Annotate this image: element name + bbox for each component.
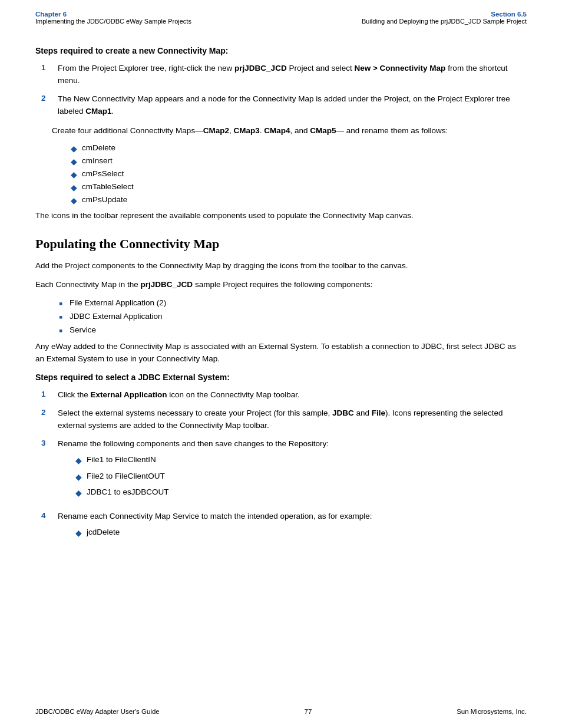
step-select-2: 2 Select the external systems necessary … <box>35 407 527 432</box>
section-para2: Each Connectivity Map in the prjJDBC_JCD… <box>35 279 527 291</box>
step-select-3-content: Rename the following components and then… <box>58 438 527 505</box>
steps-select-heading: Steps required to select a JDBC External… <box>35 373 527 382</box>
components-bullets-list: ▪File External Application (2) ▪JDBC Ext… <box>53 298 527 336</box>
step-create-2-content: The New Connectivity Map appears and a n… <box>58 93 527 118</box>
step-num-s4: 4 <box>41 511 54 520</box>
step-create-1-content: From the Project Explorer tree, right-cl… <box>58 62 527 87</box>
list-item: ◆cmPsSelect <box>65 169 527 179</box>
page-header: Chapter 6 Implementing the JDBC/ODBC eWa… <box>0 0 562 28</box>
steps-create-list: 1 From the Project Explorer tree, right-… <box>35 62 527 118</box>
list-item: ◆cmPsUpdate <box>65 195 527 205</box>
step-num-s1: 1 <box>41 390 54 398</box>
step-num-1: 1 <box>41 63 54 72</box>
step-select-1: 1 Click the External Application icon on… <box>35 389 527 401</box>
step-num-s3: 3 <box>41 439 54 447</box>
list-item: ◆cmTableSelect <box>65 182 527 192</box>
footer-right: Sun Microsystems, Inc. <box>457 708 527 715</box>
list-item: ◆cmDelete <box>65 143 527 153</box>
bullet-icon: ◆ <box>71 170 77 179</box>
bullet-icon: ▪ <box>59 325 65 336</box>
section-title: Populating the Connectivity Map <box>35 236 527 252</box>
list-item: ◆File2 to FileClientOUT <box>70 470 527 484</box>
bullet-icon: ◆ <box>71 157 77 166</box>
step-select-2-content: Select the external systems necessary to… <box>58 407 527 432</box>
list-item: ▪JDBC External Application <box>53 312 527 322</box>
step-select-3: 3 Rename the following components and th… <box>35 438 527 505</box>
bullet-icon: ◆ <box>75 527 82 540</box>
bullet-icon: ◆ <box>75 454 82 467</box>
chapter-label: Chapter 6 <box>35 11 191 18</box>
rename-bullets-list: ◆cmDelete ◆cmInsert ◆cmPsSelect ◆cmTable… <box>65 143 527 205</box>
section-label: Section 6.5 <box>362 11 527 18</box>
bullet-icon: ◆ <box>75 471 82 484</box>
indent-para: Create four additional Connectivity Maps… <box>52 125 527 137</box>
step4-bullets-list: ◆jcdDelete <box>70 526 527 540</box>
step-select-4: 4 Rename each Connectivity Map Service t… <box>35 510 527 545</box>
section-para1: Add the Project components to the Connec… <box>35 260 527 272</box>
step-create-2: 2 The New Connectivity Map appears and a… <box>35 93 527 118</box>
step-create-1: 1 From the Project Explorer tree, right-… <box>35 62 527 87</box>
step-num-2: 2 <box>41 94 54 103</box>
steps-create-heading: Steps required to create a new Connectiv… <box>35 46 527 55</box>
list-item: ▪Service <box>53 325 527 336</box>
step-select-1-content: Click the External Application icon on t… <box>58 389 527 401</box>
list-item: ◆cmInsert <box>65 156 527 166</box>
list-item: ◆File1 to FileClientIN <box>70 454 527 467</box>
page-footer: JDBC/ODBC eWay Adapter User's Guide 77 S… <box>0 708 562 715</box>
bullet-icon: ◆ <box>71 144 77 153</box>
page: Chapter 6 Implementing the JDBC/ODBC eWa… <box>0 0 562 728</box>
chapter-sub: Implementing the JDBC/ODBC eWay Sample P… <box>35 18 191 25</box>
step-select-4-content: Rename each Connectivity Map Service to … <box>58 510 527 545</box>
list-item: ◆JDBC1 to esJDBCOUT <box>70 486 527 500</box>
bullet-icon: ▪ <box>59 298 65 309</box>
step-num-s2: 2 <box>41 408 54 417</box>
bullet-icon: ◆ <box>75 487 82 500</box>
bullet-icon: ◆ <box>71 183 77 192</box>
steps-select-list: 1 Click the External Application icon on… <box>35 389 527 544</box>
list-item: ▪File External Application (2) <box>53 298 527 309</box>
header-right: Section 6.5 Building and Deploying the p… <box>362 11 527 25</box>
main-content: Steps required to create a new Connectiv… <box>0 28 562 575</box>
section-sub: Building and Deploying the prjJDBC_JCD S… <box>362 18 527 25</box>
header-left: Chapter 6 Implementing the JDBC/ODBC eWa… <box>35 11 191 25</box>
eway-para: Any eWay added to the Connectivity Map i… <box>35 341 527 365</box>
bullet-icon: ▪ <box>59 312 65 322</box>
footer-left: JDBC/ODBC eWay Adapter User's Guide <box>35 708 160 715</box>
page-number: 77 <box>305 708 312 715</box>
bullet-icon: ◆ <box>71 196 77 205</box>
rename2-bullets-list: ◆File1 to FileClientIN ◆File2 to FileCli… <box>70 454 527 500</box>
icons-para: The icons in the toolbar represent the a… <box>35 210 527 222</box>
list-item: ◆jcdDelete <box>70 526 527 540</box>
